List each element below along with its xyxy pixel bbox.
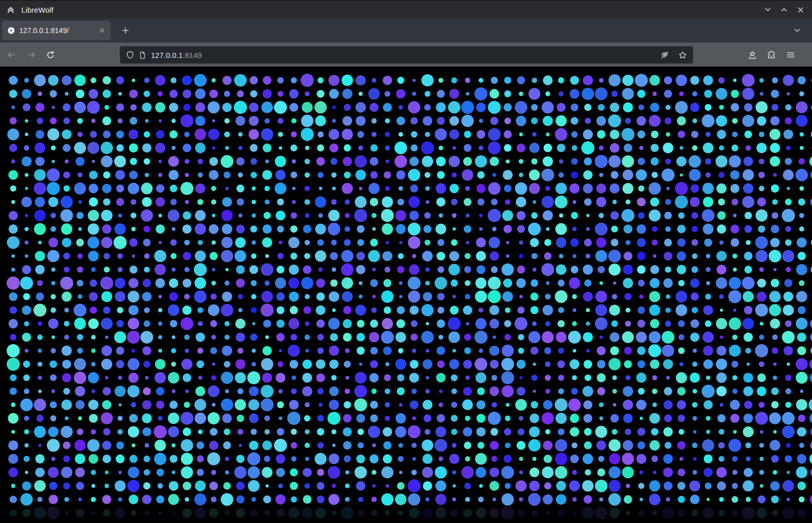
close-icon <box>99 27 105 34</box>
list-all-tabs-button[interactable] <box>790 23 805 38</box>
tab-close-button[interactable] <box>97 25 108 36</box>
maximize-button[interactable] <box>776 3 792 17</box>
menu-button[interactable] <box>783 47 799 63</box>
bookmark-star-button[interactable] <box>676 48 689 61</box>
bookmarks-toolbar-button[interactable] <box>744 47 760 63</box>
fingerprint-slash-icon <box>660 50 669 59</box>
plus-icon <box>121 26 130 35</box>
window-controls <box>760 3 808 17</box>
new-tab-button[interactable] <box>118 23 133 38</box>
window-title: LibreWolf <box>21 6 53 14</box>
minimize-button[interactable] <box>760 3 775 17</box>
shield-icon[interactable] <box>126 51 134 59</box>
tab-active[interactable]: 127.0.0.1:8149/ <box>2 21 111 40</box>
close-window-button[interactable] <box>793 3 808 17</box>
extensions-button[interactable] <box>763 47 779 63</box>
tab-title: 127.0.0.1:8149/ <box>19 26 92 35</box>
forward-button[interactable] <box>22 46 40 64</box>
page-icon[interactable] <box>139 51 146 59</box>
reload-button[interactable] <box>42 46 59 64</box>
url-port: :8149 <box>183 51 202 59</box>
titlebar-left: LibreWolf <box>6 5 53 14</box>
chevron-up-icon <box>780 6 788 14</box>
star-tray-icon <box>747 50 757 60</box>
star-icon <box>678 51 687 59</box>
dots-canvas <box>0 67 812 523</box>
url-bar[interactable]: 127.0.0.1:8149 <box>120 46 693 64</box>
page-content <box>0 67 812 523</box>
titlebar: LibreWolf <box>0 0 812 18</box>
double-chevron-up-icon <box>6 5 15 14</box>
chevron-down-icon <box>764 6 772 14</box>
url-text[interactable]: 127.0.0.1:8149 <box>151 51 202 59</box>
url-host: 127.0.0.1 <box>151 51 183 59</box>
fingerprint-protection-button[interactable] <box>658 48 671 61</box>
arrow-left-icon <box>7 50 16 59</box>
hamburger-icon <box>786 50 795 59</box>
toolbar-right <box>744 47 799 63</box>
reload-icon <box>46 51 55 59</box>
back-button[interactable] <box>3 46 20 64</box>
close-icon <box>797 6 804 14</box>
browser-window: LibreWolf <box>0 0 812 523</box>
chevron-down-icon <box>793 26 801 35</box>
puzzle-icon <box>767 50 776 59</box>
tab-favicon-icon <box>7 26 15 35</box>
arrow-right-icon <box>26 50 36 59</box>
tab-bar: 127.0.0.1:8149/ <box>0 18 812 43</box>
navigation-toolbar: 127.0.0.1:8149 <box>0 43 812 67</box>
